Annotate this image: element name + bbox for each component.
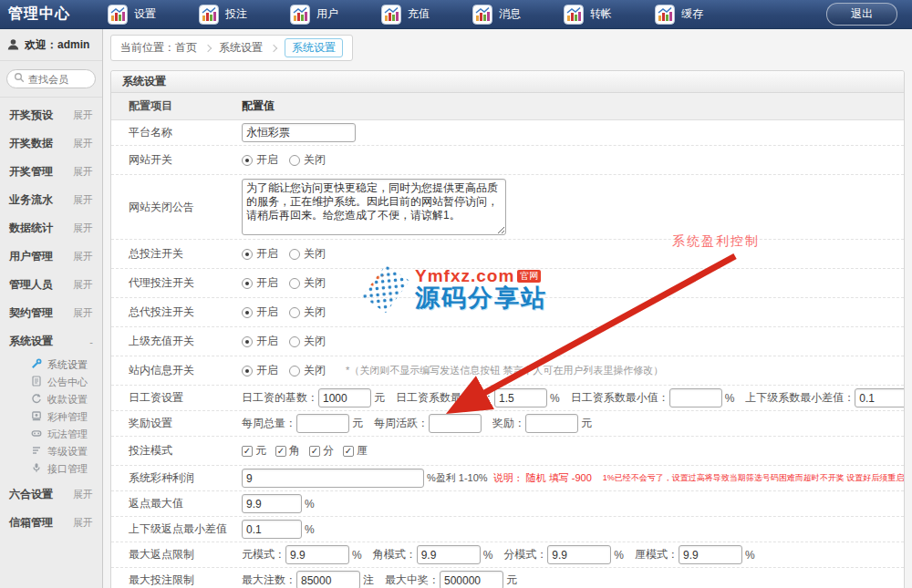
chevron-right-icon (204, 44, 212, 51)
row-label: 网站开关 (111, 152, 242, 168)
radio-off[interactable] (289, 366, 300, 377)
row-site-message-switch: 站内信息开关 开启 关闭 *（关闭则不显示编写发送信息按钮 禁言个人可在用户列表… (111, 356, 904, 386)
breadcrumb-mid[interactable]: 系统设置 (219, 40, 263, 56)
platform-name-input[interactable] (242, 123, 356, 142)
max-bet-count-input[interactable] (296, 571, 360, 588)
sidebar-item-draw-data[interactable]: 开奖数据 展开 (0, 129, 102, 158)
wage-base-input[interactable] (318, 388, 371, 407)
sidebar-item-liuhe-settings[interactable]: 六合设置 展开 (0, 480, 102, 509)
row-site-switch: 网站开关 开启 关闭 (111, 146, 904, 175)
submenu-lottery-type-manage[interactable]: 彩种管理 (0, 408, 102, 426)
breadcrumb-current[interactable]: 系统设置 (285, 38, 343, 57)
breadcrumb-home[interactable]: 当前位置：首页 (120, 40, 197, 56)
rebate-li-input[interactable] (679, 545, 742, 564)
radio-on-label: 开启 (256, 246, 278, 262)
submenu-system-settings[interactable]: 系统设置 (0, 356, 102, 374)
sidebar-item-mailbox-manage[interactable]: 信箱管理 展开 (0, 509, 102, 537)
radio-on[interactable] (242, 307, 253, 318)
checkbox-fen[interactable] (309, 446, 320, 457)
profit-suffix: %盈利 1-10% (427, 471, 488, 485)
sidebar-item-system-settings[interactable]: 系统设置 - (0, 327, 102, 356)
settings-panel: 系统设置 配置项目 配置值 平台名称 网站开关 开启 关闭 网站关闭公告 为了能… (110, 70, 905, 588)
nav-item-settings[interactable]: 设置 (108, 5, 199, 25)
radio-on[interactable] (242, 155, 253, 166)
row-platform-name: 平台名称 (111, 120, 904, 146)
levels-icon (31, 445, 42, 459)
sidebar-item-admin-staff[interactable]: 管理人员 展开 (0, 271, 102, 299)
logout-button[interactable]: 退出 (826, 3, 897, 26)
row-label: 代理投注开关 (111, 275, 242, 291)
chart-icon (564, 5, 584, 25)
submenu-interface-manage[interactable]: 接口管理 (0, 460, 102, 478)
nav-item-transfer[interactable]: 转帐 (564, 5, 655, 25)
radio-off[interactable] (289, 249, 300, 260)
radio-off-label: 关闭 (304, 152, 326, 168)
chart-icon (472, 5, 492, 25)
checkbox-yuan[interactable] (242, 446, 253, 457)
radio-off-label: 关闭 (304, 246, 326, 262)
rebate-max-input[interactable] (242, 494, 302, 513)
user-icon (7, 38, 19, 53)
radio-on-label: 开启 (256, 334, 278, 349)
nav-item-cache[interactable]: 缓存 (655, 5, 746, 25)
topbar: 管理中心 设置 投注 用户 充值 消息 转帐 缓存 退出 (0, 0, 912, 29)
radio-on[interactable] (242, 278, 253, 289)
nav-label: 转帐 (590, 6, 612, 22)
wrench-icon (31, 358, 42, 372)
checkbox-li[interactable] (343, 446, 354, 457)
radio-on-label: 开启 (256, 363, 278, 378)
radio-off[interactable] (289, 336, 300, 347)
nav-item-recharge[interactable]: 充值 (381, 5, 472, 25)
sidebar-item-user-manage[interactable]: 用户管理 展开 (0, 242, 102, 271)
radio-on[interactable] (242, 336, 253, 347)
row-label: 奖励设置 (111, 416, 242, 431)
row-label: 网站关闭公告 (111, 200, 242, 215)
rebate-yuan-input[interactable] (285, 545, 349, 564)
radio-on[interactable] (242, 249, 253, 260)
submenu-play-manage[interactable]: 玩法管理 (0, 426, 102, 443)
close-notice-textarea[interactable]: 为了能让您访问更快更稳定，同时为您提供更高品质的服务，正在维护系统。因此目前的网… (242, 179, 506, 235)
radio-on-label: 开启 (256, 275, 278, 291)
sidebar-item-draw-preset[interactable]: 开奖预设 展开 (0, 101, 102, 129)
wage-min-diff-input[interactable] (855, 388, 904, 407)
radio-off[interactable] (289, 307, 300, 318)
rebate-fen-input[interactable] (547, 545, 611, 564)
max-win-input[interactable] (440, 571, 503, 588)
sidebar-item-data-stats[interactable]: 数据统计 展开 (0, 214, 102, 242)
gamepad-icon (31, 428, 42, 441)
checkbox-jiao[interactable] (275, 446, 286, 457)
sidebar-item-contract-manage[interactable]: 契约管理 展开 (0, 299, 102, 327)
weekly-active-input[interactable] (429, 414, 482, 433)
radio-off[interactable] (289, 278, 300, 289)
profit-red-note-2: 1%已经不会亏了，设置过高将导致当期筛选号码困难而超时不开奖 设置好后须重启开奖… (603, 472, 904, 484)
divider (0, 97, 102, 98)
submenu-level-settings[interactable]: 等级设置 (0, 443, 102, 460)
sidebar-item-business-flow[interactable]: 业务流水 展开 (0, 186, 102, 214)
rebate-jiao-input[interactable] (417, 545, 481, 564)
wage-coef-min-input[interactable] (669, 388, 722, 407)
nav-item-betting[interactable]: 投注 (199, 5, 290, 25)
nav-item-users[interactable]: 用户 (290, 5, 381, 25)
main-content: 当前位置：首页 系统设置 系统设置 系统设置 配置项目 配置值 平台名称 网站开… (104, 29, 912, 588)
rebate-min-diff-input[interactable] (242, 520, 302, 539)
wage-coef-max-input[interactable] (494, 388, 547, 407)
radio-off[interactable] (289, 155, 300, 166)
nav-item-messages[interactable]: 消息 (472, 5, 564, 25)
system-profit-input[interactable] (242, 469, 424, 488)
col-config-item: 配置项目 (111, 98, 242, 114)
reward-input[interactable] (525, 414, 578, 433)
radio-on[interactable] (242, 366, 253, 377)
sidebar-item-draw-manage[interactable]: 开奖管理 展开 (0, 158, 102, 186)
chevron-right-icon (270, 44, 277, 51)
row-label: 上级充值开关 (111, 334, 242, 349)
system-settings-submenu: 系统设置 公告中心 收款设置 彩种管理 玩法管理 等级设置 接口管理 (0, 356, 102, 480)
row-reward: 奖励设置 每周总量：元 每周活跃： 奖励：元 (111, 411, 904, 437)
member-search[interactable] (6, 69, 96, 88)
search-input[interactable] (28, 74, 88, 85)
plug-icon (31, 462, 42, 476)
nav-label: 消息 (499, 6, 521, 22)
submenu-payment-settings[interactable]: 收款设置 (0, 391, 102, 408)
weekly-total-input[interactable] (296, 414, 349, 433)
nav-label: 投注 (225, 6, 247, 22)
submenu-announcement-center[interactable]: 公告中心 (0, 374, 102, 391)
